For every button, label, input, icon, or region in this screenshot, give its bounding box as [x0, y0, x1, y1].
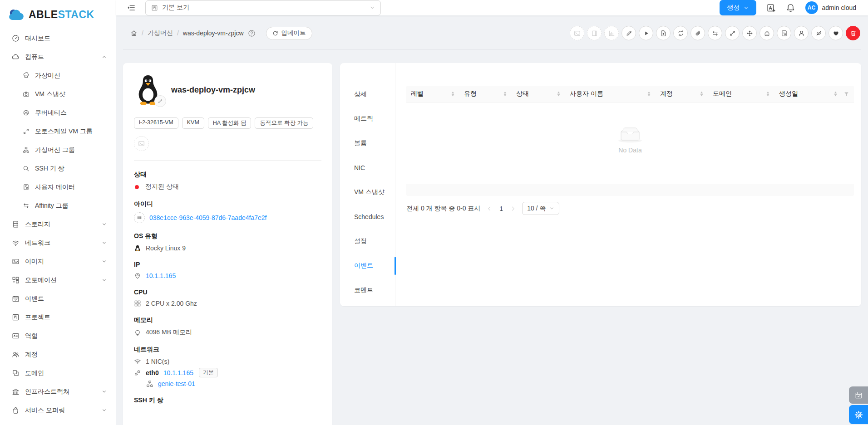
sidebar-item-roles[interactable]: 역할	[0, 327, 116, 345]
sidebar-item-domains[interactable]: 도메인	[0, 364, 116, 382]
destroy-vm-button[interactable]	[846, 26, 860, 40]
sidebar-item-autoscale-vm-groups[interactable]: 오토스케일 VM 그룹	[0, 122, 116, 141]
floating-settings-button[interactable]	[849, 405, 868, 424]
favorite-button[interactable]	[829, 26, 843, 40]
sidebar-item-infrastructure[interactable]: 인프라스트럭쳐	[0, 382, 116, 401]
network-name-link[interactable]: genie-test-01	[158, 380, 195, 387]
create-button[interactable]: 생성	[720, 0, 756, 15]
home-icon[interactable]	[130, 29, 138, 37]
user-menu[interactable]: AC admin cloud	[805, 1, 857, 14]
filter-funnel-icon[interactable]	[843, 91, 849, 97]
tab-nic[interactable]: NIC	[340, 156, 395, 180]
move-vm-button[interactable]	[742, 26, 757, 40]
column-header-username[interactable]: 사용자 이름	[565, 86, 656, 102]
nic-count: 1 NIC(s)	[146, 358, 169, 365]
vm-tags: i-2-32615-VM KVM HA 활성화 됨 동적으로 확장 가능	[134, 117, 321, 129]
console-button[interactable]	[570, 26, 584, 40]
nic-ip-link[interactable]: 10.1.1.165	[163, 369, 193, 376]
sidebar-item-accounts[interactable]: 계정	[0, 345, 116, 364]
ip-link[interactable]: 10.1.1.165	[146, 272, 176, 279]
tab-vm-snapshots[interactable]: VM 스냅샷	[340, 180, 395, 205]
floating-events-button[interactable]	[849, 386, 868, 404]
migrate-vm-button[interactable]	[708, 26, 722, 40]
sidebar-item-projects[interactable]: 프로젝트	[0, 308, 116, 327]
bar-chart-icon	[608, 30, 615, 37]
edit-avatar-button[interactable]	[154, 95, 166, 107]
sidebar-item-automation[interactable]: 오토메이션	[0, 271, 116, 289]
page-size-select[interactable]: 10 / 쪽	[522, 202, 559, 215]
network-section: 네트워크 1 NIC(s) eth010.1.1.165기본 genie-tes…	[134, 346, 321, 387]
attach-iso-button[interactable]	[690, 26, 705, 40]
column-label: 유형	[464, 90, 477, 98]
events-table-header: 레벨 유형 상태 사용자 이름 계정 도메인 생성일	[406, 86, 854, 103]
sidebar-item-service-offerings[interactable]: 서비스 오퍼링	[0, 401, 116, 420]
vm-uuid-link[interactable]: 038e1cce-963e-4059-87d6-7aade4fa7e2f	[149, 214, 266, 221]
console-window-button[interactable]	[587, 26, 602, 40]
start-vm-button[interactable]	[639, 26, 653, 40]
sidebar-item-storage[interactable]: 스토리지	[0, 215, 116, 234]
question-circle-icon[interactable]	[248, 29, 256, 37]
sorter-icon	[557, 91, 561, 97]
refresh-button[interactable]: 업데이트	[266, 27, 312, 40]
column-header-status[interactable]: 상태	[512, 86, 565, 102]
scale-vm-button[interactable]	[725, 26, 740, 40]
sidebar-menu: 대시보드 컴퓨트 가상머신 VM 스냅샷 쿠버네티스 오토스케일 VM 그룹 가…	[0, 24, 116, 420]
sidebar-item-dashboard[interactable]: 대시보드	[0, 29, 116, 48]
column-header-domain[interactable]: 도메인	[708, 86, 774, 102]
sidebar-item-label: 역할	[25, 332, 38, 340]
edit-vm-button[interactable]	[621, 26, 636, 40]
ssh-keypair-label: SSH 키 쌍	[134, 396, 321, 405]
sidebar-item-kubernetes[interactable]: 쿠버네티스	[0, 103, 116, 122]
sidebar-item-instance-groups[interactable]: 가상머신 그룹	[0, 141, 116, 159]
tab-schedules[interactable]: Schedules	[340, 205, 395, 229]
reinstall-vm-button[interactable]	[673, 26, 688, 40]
breadcrumb-section-link[interactable]: 가상머신	[148, 29, 173, 37]
sidebar-item-network[interactable]: 네트워크	[0, 234, 116, 252]
tab-events[interactable]: 이벤트	[340, 254, 395, 278]
brand-logo[interactable]: ABLESTACK	[0, 0, 116, 24]
column-header-account[interactable]: 계정	[656, 86, 708, 102]
prev-page-icon[interactable]	[487, 206, 492, 211]
sidebar-item-affinity-groups[interactable]: Affinity 그룹	[0, 196, 116, 215]
cloud-server-icon	[23, 72, 30, 79]
trash-icon	[850, 30, 857, 37]
tab-comments[interactable]: 코멘트	[340, 278, 395, 303]
sidebar-item-images[interactable]: 이미지	[0, 252, 116, 271]
notifications-bell-icon[interactable]	[786, 3, 795, 13]
tab-volumes[interactable]: 볼륨	[340, 131, 395, 156]
sidebar-item-vm-snapshots[interactable]: VM 스냅샷	[0, 85, 116, 103]
next-page-icon[interactable]	[510, 206, 516, 211]
header-divider	[123, 49, 861, 50]
sidebar-item-compute[interactable]: 컴퓨트	[0, 48, 116, 66]
column-header-level[interactable]: 레벨	[406, 86, 459, 102]
sidebar-item-ssh-keypairs[interactable]: SSH 키 쌍	[0, 159, 116, 178]
column-header-created[interactable]: 생성일	[774, 86, 854, 102]
view-selector[interactable]: 기본 보기	[145, 0, 381, 15]
chevron-down-icon	[549, 206, 554, 211]
project-view-icon	[151, 5, 158, 11]
register-user-a-plus-icon[interactable]	[766, 3, 776, 13]
sidebar-item-instances[interactable]: 가상머신	[0, 66, 116, 85]
metrics-button[interactable]	[604, 26, 619, 40]
column-header-type[interactable]: 유형	[459, 86, 512, 102]
top-bar-right: 생성 AC admin cloud	[720, 0, 857, 15]
cluster-icon	[23, 147, 30, 153]
unmanage-vm-button[interactable]	[811, 26, 826, 40]
reset-user-data-button[interactable]	[777, 26, 791, 40]
sidebar-item-events[interactable]: 이벤트	[0, 289, 116, 308]
create-template-button[interactable]	[656, 26, 671, 40]
breadcrumb-separator: /	[142, 29, 143, 37]
reset-password-button[interactable]	[760, 26, 774, 40]
tux-penguin-small-icon	[134, 244, 141, 252]
tab-settings[interactable]: 설정	[340, 229, 395, 254]
assign-owner-button[interactable]	[794, 26, 809, 40]
page-number[interactable]: 1	[498, 205, 504, 212]
console-quick-button[interactable]	[134, 136, 149, 151]
sidebar-item-user-data[interactable]: 사용자 데이터	[0, 178, 116, 196]
empty-text: No Data	[618, 147, 641, 154]
sidebar-collapse-button[interactable]	[123, 0, 139, 15]
sorter-icon	[451, 91, 455, 97]
cluster-icon	[146, 380, 153, 387]
tab-metrics[interactable]: 메트릭	[340, 107, 395, 131]
tab-details[interactable]: 상세	[340, 82, 395, 107]
